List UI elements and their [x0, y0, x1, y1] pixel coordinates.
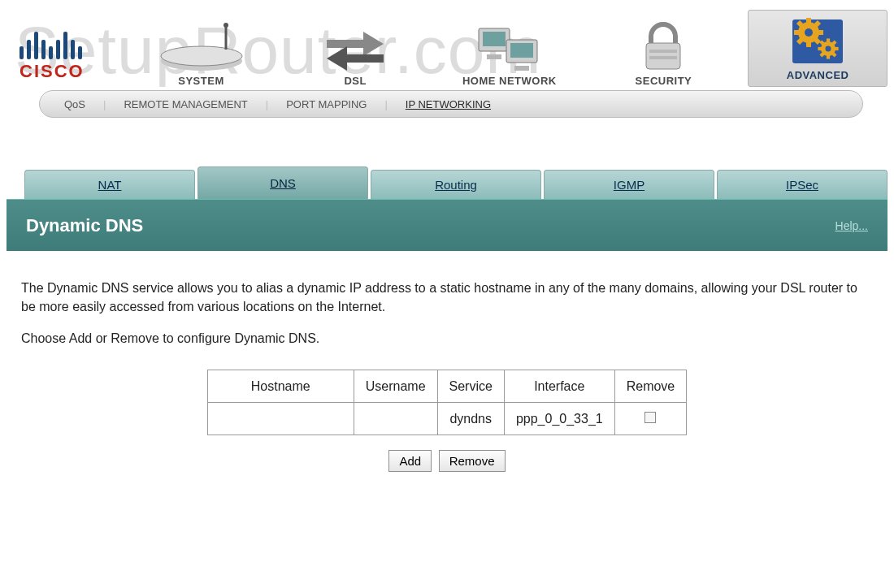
col-remove: Remove: [614, 370, 687, 402]
tab-igmp[interactable]: IGMP: [544, 170, 714, 199]
category-home-network-label: HOME NETWORK: [440, 75, 579, 87]
svg-rect-11: [514, 66, 529, 71]
top-category-nav: CISCO SYSTEM DSL: [7, 10, 887, 87]
content-area: The Dynamic DNS service allows you to al…: [7, 251, 887, 504]
tab-routing[interactable]: Routing: [371, 170, 541, 199]
subnav-qos[interactable]: QoS: [58, 97, 92, 112]
padlock-icon: [594, 19, 734, 75]
subnav-port-mapping[interactable]: PORT MAPPING: [280, 97, 373, 112]
cell-interface: ppp_0_0_33_1: [504, 402, 614, 435]
svg-rect-9: [510, 43, 533, 58]
separator: |: [103, 98, 106, 110]
col-interface: Interface: [504, 370, 614, 402]
button-row: Add Remove: [21, 450, 873, 472]
category-system-label: SYSTEM: [132, 75, 271, 87]
tab-dns[interactable]: DNS: [197, 166, 368, 199]
svg-point-3: [224, 23, 228, 28]
cell-service: dyndns: [437, 402, 504, 435]
svg-marker-4: [327, 32, 384, 56]
cisco-logo-bars: [20, 32, 85, 59]
gears-icon: [749, 14, 887, 69]
category-advanced-label: ADVANCED: [749, 69, 887, 81]
cisco-logo: CISCO: [20, 32, 85, 82]
arrows-icon: [285, 19, 425, 75]
category-dsl[interactable]: DSL: [285, 19, 425, 87]
computers-icon: [440, 19, 579, 75]
tab-nat-label: NAT: [98, 178, 122, 192]
sub-nav-bar: QoS | REMOTE MANAGEMENT | PORT MAPPING |…: [39, 90, 863, 118]
cell-hostname: [207, 402, 354, 435]
remove-button[interactable]: Remove: [439, 450, 506, 472]
category-security[interactable]: SECURITY: [594, 19, 734, 87]
category-system[interactable]: SYSTEM: [132, 19, 271, 87]
cell-remove: [614, 402, 687, 435]
svg-rect-14: [649, 56, 677, 59]
help-link[interactable]: Help...: [835, 219, 868, 232]
svg-point-1: [161, 46, 242, 66]
table-header-row: Hostname Username Service Interface Remo…: [207, 370, 687, 402]
page-title: Dynamic DNS: [26, 215, 143, 236]
tab-ipsec[interactable]: IPSec: [717, 170, 887, 199]
add-button[interactable]: Add: [388, 450, 432, 472]
tab-igmp-label: IGMP: [614, 178, 644, 192]
separator: |: [384, 98, 387, 110]
subnav-ip-networking[interactable]: IP NETWORKING: [399, 97, 497, 112]
tab-ipsec-label: IPSec: [786, 178, 818, 192]
col-service: Service: [437, 370, 504, 402]
router-icon: [132, 19, 271, 75]
tab-row: NAT DNS Routing IGMP IPSec: [7, 166, 887, 199]
col-username: Username: [354, 370, 437, 402]
cell-username: [354, 402, 437, 435]
category-advanced[interactable]: ADVANCED: [748, 10, 887, 87]
svg-marker-5: [327, 46, 384, 71]
svg-rect-13: [649, 50, 677, 53]
page-header: Dynamic DNS Help...: [7, 199, 887, 251]
ddns-table: Hostname Username Service Interface Remo…: [207, 370, 688, 435]
tab-dns-label: DNS: [270, 176, 296, 190]
svg-point-21: [805, 28, 813, 37]
svg-rect-7: [483, 32, 506, 46]
cisco-logo-text: CISCO: [20, 61, 85, 82]
category-home-network[interactable]: HOME NETWORK: [440, 19, 579, 87]
col-hostname: Hostname: [207, 370, 354, 402]
svg-point-27: [826, 46, 831, 52]
table-row: dyndns ppp_0_0_33_1: [207, 402, 687, 435]
remove-checkbox[interactable]: [644, 412, 656, 423]
tab-nat[interactable]: NAT: [24, 170, 195, 199]
description-text-1: The Dynamic DNS service allows you to al…: [21, 279, 873, 316]
category-security-label: SECURITY: [594, 75, 734, 87]
description-text-2: Choose Add or Remove to configure Dynami…: [21, 329, 873, 348]
subnav-remote-management[interactable]: REMOTE MANAGEMENT: [117, 97, 254, 112]
category-dsl-label: DSL: [285, 75, 425, 87]
tab-routing-label: Routing: [435, 178, 477, 192]
svg-rect-10: [487, 54, 501, 59]
separator: |: [266, 98, 268, 110]
